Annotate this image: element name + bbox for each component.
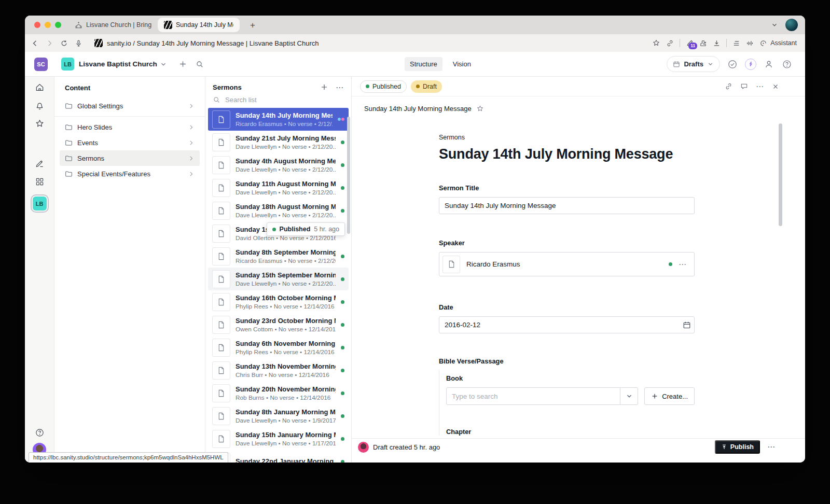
extensions-puzzle-icon[interactable] — [699, 39, 707, 47]
sync-status-icon[interactable] — [727, 59, 738, 70]
book-dropdown-button[interactable] — [620, 387, 638, 405]
tooltip-label: Published — [280, 226, 311, 233]
sermon-title-input[interactable] — [439, 197, 695, 214]
apps-grid-icon[interactable] — [34, 176, 45, 187]
add-sermon-button[interactable] — [320, 83, 328, 91]
favorites-star-icon[interactable] — [34, 118, 45, 129]
extension-icon[interactable]: 11 — [686, 39, 694, 47]
date-input[interactable] — [439, 316, 695, 333]
ai-assist-icon[interactable] — [745, 59, 756, 70]
speaker-reference-card[interactable]: Ricardo Erasmus ⋯ — [439, 252, 695, 276]
forward-button[interactable] — [46, 39, 53, 47]
org-badge[interactable]: SC — [34, 58, 48, 71]
sermon-subtitle: Dave Llewellyn • No verse • 2/12/20... — [236, 189, 336, 196]
speaker-menu-button[interactable]: ⋯ — [679, 260, 687, 268]
browser-tab-sanity[interactable]: Sunday 14th July Morning M — [158, 18, 240, 32]
sermon-list-item[interactable]: Sunday 22nd January Morning Mes... — [208, 450, 349, 463]
sermon-list-item[interactable]: Sunday 23rd October Morning Mes... Owen … — [208, 313, 349, 336]
workspace-name[interactable]: Lisvane Baptist Church — [79, 60, 157, 68]
sermon-list-item[interactable]: Sunday 15th January Morning Mess... Dave… — [208, 427, 349, 450]
new-tab-button[interactable]: + — [247, 20, 258, 31]
content-list-item[interactable]: Sermons — [60, 150, 200, 166]
browser-profile-avatar[interactable] — [785, 19, 798, 31]
compose-icon[interactable] — [34, 158, 45, 169]
sermon-title: Sunday 20th November Morning M... — [236, 385, 336, 393]
content-item-label: Sermons — [77, 155, 104, 162]
address-bar[interactable]: sanity.io / Sunday 14th July Morning Mes… — [89, 39, 645, 47]
download-icon[interactable] — [713, 39, 721, 47]
sermon-list-item[interactable]: Sunday 8th January Morning Mess... Dave … — [208, 404, 349, 427]
bible-verse-label: Bible Verse/Passage — [439, 357, 695, 365]
favorite-star-icon[interactable] — [476, 105, 484, 113]
sermon-list-item[interactable]: Sunday 20th November Morning M... Rob Bu… — [208, 382, 349, 404]
rail-workspace-badge[interactable]: LB — [33, 197, 47, 211]
reading-list-icon[interactable] — [732, 39, 740, 47]
search-button[interactable] — [196, 60, 204, 68]
sermon-list-item[interactable]: Sunday 15th September Morning M... Dave … — [208, 268, 349, 290]
draft-chip[interactable]: Draft — [411, 80, 442, 93]
sermon-list-item[interactable]: Sunday 4th August Morning Message Dave L… — [208, 153, 349, 176]
published-chip[interactable]: Published — [360, 80, 407, 93]
sermon-list-item[interactable]: Sunday 18th August Morning Messa... Dave… — [208, 199, 349, 222]
sermon-subtitle: Dave Llewellyn • No verse • 2/12/20... — [236, 212, 336, 219]
sermon-list-item[interactable]: Sunday 13th November Morning Me... Chris… — [208, 359, 349, 382]
sermon-list-item[interactable]: Sunday 6th November Morning Mes... Phyli… — [208, 336, 349, 359]
list-search[interactable] — [213, 93, 344, 106]
list-menu-button[interactable]: ⋯ — [336, 83, 344, 91]
search-input[interactable] — [225, 96, 344, 104]
user-presence-icon[interactable] — [763, 59, 774, 70]
workspace-badge[interactable]: LB — [61, 58, 74, 71]
browser-tab-lisvane[interactable]: Lisvane Church | Bringing Li — [68, 18, 158, 32]
zoom-window-button[interactable] — [55, 22, 61, 28]
share-link-icon[interactable] — [666, 39, 674, 47]
sermon-list-item[interactable]: Sunday 16th October Morning Mess... Phyl… — [208, 290, 349, 313]
perspective-selector[interactable]: Drafts — [667, 56, 720, 72]
content-list-item[interactable]: Events — [60, 135, 200, 150]
close-pane-icon[interactable] — [772, 83, 779, 90]
create-book-button[interactable]: Create... — [644, 387, 695, 405]
bookmark-star-icon[interactable] — [652, 39, 660, 47]
sermon-title: Sunday 13th November Morning Me... — [236, 362, 336, 370]
sanity-favicon — [94, 39, 103, 47]
tab-vision[interactable]: Vision — [448, 57, 476, 71]
sermon-list-item[interactable]: Sunday 21st July Morning Message Dave Ll… — [208, 131, 349, 153]
sermon-title: Sunday 23rd October Morning Mes... — [236, 317, 336, 325]
comments-icon[interactable] — [740, 82, 748, 90]
tab-search-chevron-icon[interactable] — [771, 21, 778, 29]
document-form-scroll-area: Sermons Sunday 14th July Morning Message… — [352, 120, 805, 438]
sermon-title: Sunday 15th September Morning M... — [236, 271, 336, 279]
assistant-button[interactable]: Assistant — [759, 39, 797, 47]
document-menu-button[interactable]: ⋯ — [756, 82, 764, 90]
new-document-button[interactable] — [178, 60, 187, 68]
publish-button[interactable]: Publish — [715, 440, 760, 454]
close-window-button[interactable] — [34, 22, 40, 28]
waveform-icon[interactable] — [746, 39, 754, 47]
content-list-item[interactable]: Hero Slides — [60, 119, 200, 135]
content-list-item[interactable]: Global Settings — [60, 98, 200, 114]
minimize-window-button[interactable] — [45, 22, 51, 28]
copy-link-icon[interactable] — [725, 82, 732, 90]
book-search-input[interactable] — [446, 387, 620, 405]
microphone-icon[interactable] — [75, 39, 82, 47]
rail-help-icon[interactable] — [34, 427, 45, 438]
footer-menu-button[interactable]: ⋯ — [767, 442, 776, 452]
content-item-label: Hero Slides — [77, 123, 112, 131]
back-button[interactable] — [31, 39, 39, 47]
sermon-title: Sunday 15th January Morning Mess... — [236, 431, 336, 439]
home-icon[interactable] — [34, 82, 45, 92]
sermon-list-item[interactable]: Sunday 14th July Morning Message Ricardo… — [208, 108, 349, 131]
sermon-title: Sunday 16th October Morning Mess... — [236, 294, 336, 302]
sermon-list-item[interactable]: Sunday 11th August Morning Messa... Dave… — [208, 176, 349, 199]
editor-scrollbar[interactable] — [779, 123, 782, 226]
help-icon[interactable] — [781, 59, 793, 70]
workspace-chevron-icon[interactable] — [160, 61, 167, 68]
sermon-list-item[interactable]: Sunday 8th September Morning Me... Ricar… — [208, 245, 349, 268]
notifications-bell-icon[interactable] — [34, 100, 45, 110]
content-list-item[interactable]: Special Events/Features — [60, 166, 200, 181]
reload-button[interactable] — [60, 39, 68, 47]
tab-structure[interactable]: Structure — [405, 57, 442, 71]
document-icon — [212, 202, 230, 220]
list-scrollbar[interactable] — [347, 117, 350, 234]
calendar-icon[interactable] — [683, 321, 691, 329]
content-list: Global Settings Hero Slides — [60, 98, 200, 181]
